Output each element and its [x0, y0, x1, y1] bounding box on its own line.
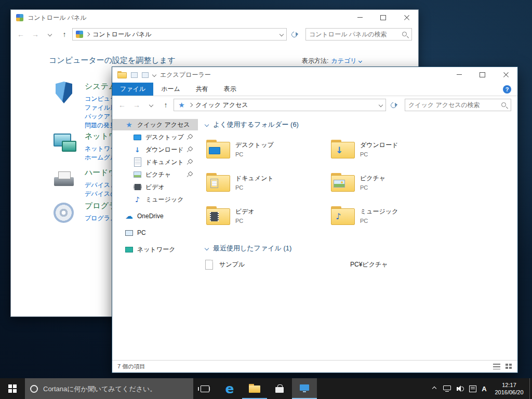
search-input[interactable]: [408, 101, 501, 109]
close-button[interactable]: [494, 67, 517, 82]
sidebar-item-quick-access[interactable]: クイック アクセス: [112, 119, 198, 130]
address-bar[interactable]: コントロール パネル: [72, 28, 287, 41]
sidebar-item-pc[interactable]: PC: [112, 227, 198, 238]
tab-file[interactable]: ファイル: [112, 83, 153, 96]
search-input[interactable]: [309, 31, 402, 38]
chevron-down-icon: [48, 32, 52, 36]
up-button[interactable]: ↑: [58, 28, 71, 41]
tray-network-button[interactable]: [441, 378, 453, 399]
tile-name: ドキュメント: [235, 174, 274, 183]
sidebar-item-videos[interactable]: ビデオ: [112, 181, 198, 193]
sidebar-item-onedrive[interactable]: OneDrive: [112, 210, 198, 222]
folder-tile-music[interactable]: ミュージック PC: [331, 201, 453, 230]
folder-tile-documents[interactable]: ドキュメント PC: [206, 168, 328, 197]
close-button[interactable]: [395, 10, 418, 25]
back-button[interactable]: ←: [14, 28, 28, 41]
network-icon: [125, 245, 134, 254]
active-app-button[interactable]: [292, 378, 317, 399]
tab-share[interactable]: 共有: [188, 83, 216, 96]
task-view-button[interactable]: [193, 378, 216, 399]
address-dropdown-icon[interactable]: [280, 32, 284, 36]
edge-button[interactable]: [217, 378, 242, 399]
section-title: よく使用するフォルダー (6): [213, 120, 299, 129]
tray-volume-button[interactable]: [454, 378, 467, 399]
explorer-searchbox[interactable]: [405, 99, 511, 111]
tile-location: PC: [235, 184, 274, 191]
control-panel-searchbox[interactable]: [305, 28, 412, 41]
tab-home[interactable]: ホーム: [153, 83, 188, 96]
sidebar-item-music[interactable]: ミュージック: [112, 194, 198, 205]
store-button[interactable]: [267, 378, 292, 399]
control-panel-titlebar[interactable]: コントロール パネル: [11, 10, 418, 25]
shield-icon[interactable]: [51, 81, 76, 105]
clock[interactable]: 12:17 2016/06/20: [490, 378, 528, 399]
search-icon: [402, 31, 408, 38]
sidebar-item-documents[interactable]: ドキュメント: [112, 156, 198, 168]
sidebar-item-network[interactable]: ネットワーク: [112, 244, 198, 255]
location-icon: [76, 31, 83, 38]
tile-name: デスクトップ: [235, 141, 274, 150]
recent-locations-dropdown[interactable]: [144, 98, 158, 112]
forward-button[interactable]: →: [29, 28, 42, 41]
qat-customize-dropdown-icon[interactable]: [152, 73, 156, 77]
recent-locations-dropdown[interactable]: [43, 28, 57, 41]
sidebar-item-label: PC: [137, 229, 146, 236]
explorer-window[interactable]: エクスプローラー ファイル ホーム 共有 表示 ? ← → ↑ クイック アクセ…: [112, 66, 518, 373]
sidebar-item-pictures[interactable]: ピクチャ: [112, 169, 198, 180]
disc-icon[interactable]: [51, 200, 76, 225]
section-recent-files[interactable]: 最近使用したファイル (1): [205, 244, 291, 253]
qat-button-2[interactable]: [142, 72, 149, 78]
minimize-button[interactable]: [348, 10, 371, 25]
view-by-label: 表示方法:: [302, 57, 328, 65]
explorer-navbar: ← → ↑ クイック アクセス: [112, 96, 517, 114]
pc-icon: [125, 229, 134, 237]
folder-tile-desktop[interactable]: デスクトップ PC: [206, 135, 328, 164]
tab-view[interactable]: 表示: [216, 83, 244, 96]
breadcrumb[interactable]: コントロール パネル: [92, 30, 152, 39]
back-button[interactable]: ←: [115, 98, 129, 112]
minimize-button[interactable]: [447, 67, 471, 82]
file-explorer-button[interactable]: [242, 378, 267, 399]
details-view-icon[interactable]: [493, 364, 500, 369]
cortana-icon: [30, 385, 38, 393]
network-icon[interactable]: [51, 130, 76, 155]
view-by-dropdown-icon[interactable]: [358, 59, 362, 63]
large-icons-view-icon[interactable]: [506, 364, 512, 369]
cortana-search[interactable]: [25, 378, 193, 399]
folder-tile-videos[interactable]: ビデオ PC: [206, 201, 328, 230]
show-hidden-icons-button[interactable]: [428, 378, 441, 399]
sidebar-item-label: ビデオ: [145, 183, 165, 192]
address-dropdown-icon[interactable]: [379, 103, 383, 107]
tile-name: ビデオ: [235, 207, 255, 216]
maximize-button[interactable]: [471, 67, 494, 82]
explorer-titlebar[interactable]: エクスプローラー: [112, 67, 517, 83]
help-icon[interactable]: ?: [503, 85, 511, 94]
breadcrumb[interactable]: クイック アクセス: [195, 101, 248, 110]
cortana-input[interactable]: [43, 385, 188, 393]
forward-button[interactable]: →: [130, 98, 143, 112]
search-icon: [501, 102, 508, 109]
printer-icon[interactable]: [51, 167, 76, 192]
sidebar-item-downloads[interactable]: ダウンロード: [112, 144, 198, 155]
sidebar-item-desktop[interactable]: デスクトップ: [112, 131, 198, 143]
folder-icon: [331, 173, 355, 192]
star-icon: [125, 121, 134, 129]
qat-button-1[interactable]: [131, 72, 138, 78]
refresh-button[interactable]: [387, 99, 400, 111]
view-by-value[interactable]: カテゴリ: [331, 57, 356, 65]
recent-file-row[interactable]: サンプル PC¥ピクチャ: [205, 258, 510, 271]
section-frequent-folders[interactable]: よく使用するフォルダー (6): [205, 120, 299, 129]
maximize-button[interactable]: [371, 10, 395, 25]
start-button[interactable]: [0, 378, 25, 399]
edge-icon: [225, 382, 234, 395]
ime-mode-button[interactable]: A: [478, 378, 490, 399]
folder-tile-downloads[interactable]: ダウンロード PC: [331, 135, 453, 164]
quick-access-star-icon: [177, 101, 186, 109]
folder-tile-pictures[interactable]: ピクチャ PC: [331, 168, 453, 197]
up-button[interactable]: ↑: [159, 98, 172, 112]
show-desktop-button[interactable]: [529, 378, 532, 399]
folder-icon: [206, 206, 230, 225]
refresh-button[interactable]: [288, 28, 300, 41]
tray-ime-pad-button[interactable]: [467, 378, 479, 399]
address-bar[interactable]: クイック アクセス: [174, 99, 386, 111]
